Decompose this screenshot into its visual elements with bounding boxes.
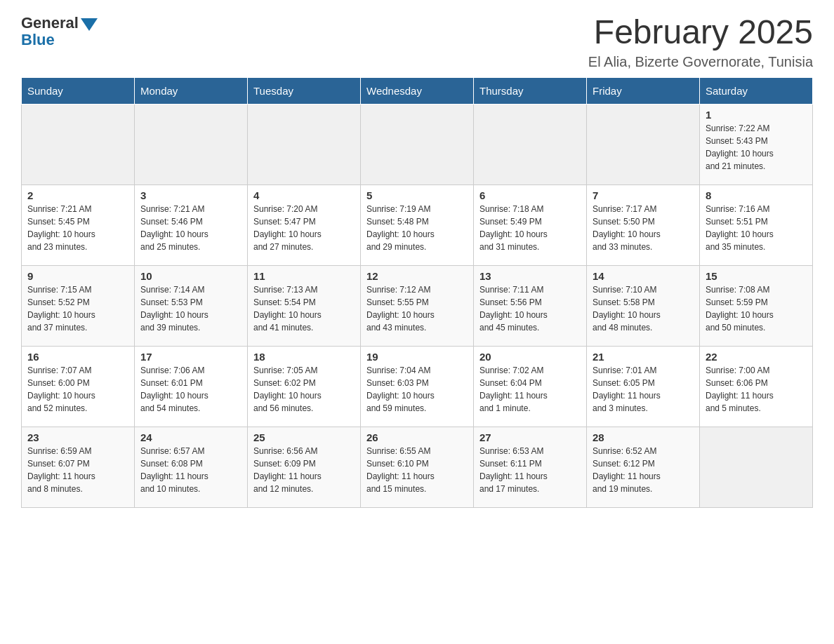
day-info: Sunrise: 7:19 AMSunset: 5:48 PMDaylight:… (366, 203, 468, 253)
header-saturday: Saturday (700, 77, 813, 104)
header-tuesday: Tuesday (248, 77, 361, 104)
table-row: 27Sunrise: 6:53 AMSunset: 6:11 PMDayligh… (474, 427, 587, 507)
location-subtitle: El Alia, Bizerte Governorate, Tunisia (588, 54, 813, 70)
day-number: 3 (140, 189, 241, 201)
day-number: 23 (27, 431, 128, 443)
table-row: 17Sunrise: 7:06 AMSunset: 6:01 PMDayligh… (135, 346, 248, 427)
day-info: Sunrise: 7:00 AMSunset: 6:06 PMDaylight:… (706, 364, 807, 415)
day-number: 5 (366, 189, 468, 201)
table-row (22, 104, 135, 185)
logo-arrow-icon (81, 18, 98, 31)
table-row: 24Sunrise: 6:57 AMSunset: 6:08 PMDayligh… (135, 427, 248, 507)
table-row: 14Sunrise: 7:10 AMSunset: 5:58 PMDayligh… (587, 265, 700, 346)
table-row (474, 104, 587, 185)
calendar-table: Sunday Monday Tuesday Wednesday Thursday… (21, 77, 813, 508)
title-section: February 2025 El Alia, Bizerte Governora… (588, 14, 813, 70)
day-number: 16 (27, 351, 128, 363)
table-row: 4Sunrise: 7:20 AMSunset: 5:47 PMDaylight… (248, 185, 361, 265)
table-row: 23Sunrise: 6:59 AMSunset: 6:07 PMDayligh… (22, 427, 135, 507)
day-number: 24 (140, 431, 241, 443)
day-number: 11 (253, 270, 355, 282)
table-row: 6Sunrise: 7:18 AMSunset: 5:49 PMDaylight… (474, 185, 587, 265)
day-info: Sunrise: 7:10 AMSunset: 5:58 PMDaylight:… (593, 283, 694, 334)
calendar-row: 9Sunrise: 7:15 AMSunset: 5:52 PMDaylight… (22, 265, 813, 346)
day-number: 12 (366, 270, 468, 282)
table-row (700, 427, 813, 507)
table-row: 15Sunrise: 7:08 AMSunset: 5:59 PMDayligh… (700, 265, 813, 346)
day-number: 13 (479, 270, 581, 282)
calendar-row: 2Sunrise: 7:21 AMSunset: 5:45 PMDaylight… (22, 185, 813, 265)
day-info: Sunrise: 6:52 AMSunset: 6:12 PMDaylight:… (593, 445, 694, 495)
table-row (361, 104, 474, 185)
table-row: 28Sunrise: 6:52 AMSunset: 6:12 PMDayligh… (587, 427, 700, 507)
table-row: 16Sunrise: 7:07 AMSunset: 6:00 PMDayligh… (22, 346, 135, 427)
day-number: 26 (366, 431, 468, 443)
main-title: February 2025 (588, 14, 813, 51)
day-number: 1 (706, 109, 807, 121)
calendar-body: 1Sunrise: 7:22 AMSunset: 5:43 PMDaylight… (22, 104, 813, 507)
weekday-header-row: Sunday Monday Tuesday Wednesday Thursday… (22, 77, 813, 104)
day-number: 17 (140, 351, 241, 363)
day-info: Sunrise: 7:22 AMSunset: 5:43 PMDaylight:… (706, 122, 807, 173)
day-info: Sunrise: 7:05 AMSunset: 6:02 PMDaylight:… (253, 364, 355, 415)
day-number: 20 (479, 351, 581, 363)
day-info: Sunrise: 7:07 AMSunset: 6:00 PMDaylight:… (27, 364, 128, 415)
table-row: 22Sunrise: 7:00 AMSunset: 6:06 PMDayligh… (700, 346, 813, 427)
header-wednesday: Wednesday (361, 77, 474, 104)
day-info: Sunrise: 7:21 AMSunset: 5:45 PMDaylight:… (27, 203, 128, 253)
day-info: Sunrise: 7:12 AMSunset: 5:55 PMDaylight:… (366, 283, 468, 334)
table-row: 25Sunrise: 6:56 AMSunset: 6:09 PMDayligh… (248, 427, 361, 507)
day-info: Sunrise: 6:55 AMSunset: 6:10 PMDaylight:… (366, 445, 468, 495)
day-number: 2 (27, 189, 128, 201)
table-row: 11Sunrise: 7:13 AMSunset: 5:54 PMDayligh… (248, 265, 361, 346)
calendar-row: 16Sunrise: 7:07 AMSunset: 6:00 PMDayligh… (22, 346, 813, 427)
header-thursday: Thursday (474, 77, 587, 104)
day-info: Sunrise: 6:53 AMSunset: 6:11 PMDaylight:… (479, 445, 581, 495)
table-row: 21Sunrise: 7:01 AMSunset: 6:05 PMDayligh… (587, 346, 700, 427)
day-number: 4 (253, 189, 355, 201)
day-number: 14 (593, 270, 694, 282)
table-row: 20Sunrise: 7:02 AMSunset: 6:04 PMDayligh… (474, 346, 587, 427)
table-row: 18Sunrise: 7:05 AMSunset: 6:02 PMDayligh… (248, 346, 361, 427)
logo-general-text: General (21, 14, 98, 32)
day-number: 18 (253, 351, 355, 363)
logo: General Blue (21, 14, 98, 49)
day-number: 27 (479, 431, 581, 443)
day-number: 22 (706, 351, 807, 363)
table-row: 5Sunrise: 7:19 AMSunset: 5:48 PMDaylight… (361, 185, 474, 265)
day-number: 7 (593, 189, 694, 201)
header-sunday: Sunday (22, 77, 135, 104)
day-info: Sunrise: 7:02 AMSunset: 6:04 PMDaylight:… (479, 364, 581, 415)
day-number: 6 (479, 189, 581, 201)
day-number: 21 (593, 351, 694, 363)
table-row: 8Sunrise: 7:16 AMSunset: 5:51 PMDaylight… (700, 185, 813, 265)
day-info: Sunrise: 7:14 AMSunset: 5:53 PMDaylight:… (140, 283, 241, 334)
page-header: General Blue February 2025 El Alia, Bize… (21, 14, 813, 70)
table-row: 13Sunrise: 7:11 AMSunset: 5:56 PMDayligh… (474, 265, 587, 346)
header-monday: Monday (135, 77, 248, 104)
day-info: Sunrise: 7:04 AMSunset: 6:03 PMDaylight:… (366, 364, 468, 415)
day-info: Sunrise: 7:01 AMSunset: 6:05 PMDaylight:… (593, 364, 694, 415)
day-info: Sunrise: 7:18 AMSunset: 5:49 PMDaylight:… (479, 203, 581, 253)
table-row (248, 104, 361, 185)
day-number: 10 (140, 270, 241, 282)
table-row: 2Sunrise: 7:21 AMSunset: 5:45 PMDaylight… (22, 185, 135, 265)
day-info: Sunrise: 6:56 AMSunset: 6:09 PMDaylight:… (253, 445, 355, 495)
calendar-row: 23Sunrise: 6:59 AMSunset: 6:07 PMDayligh… (22, 427, 813, 507)
day-info: Sunrise: 7:06 AMSunset: 6:01 PMDaylight:… (140, 364, 241, 415)
calendar-row: 1Sunrise: 7:22 AMSunset: 5:43 PMDaylight… (22, 104, 813, 185)
day-number: 8 (706, 189, 807, 201)
table-row: 7Sunrise: 7:17 AMSunset: 5:50 PMDaylight… (587, 185, 700, 265)
day-info: Sunrise: 6:57 AMSunset: 6:08 PMDaylight:… (140, 445, 241, 495)
table-row (587, 104, 700, 185)
day-info: Sunrise: 7:17 AMSunset: 5:50 PMDaylight:… (593, 203, 694, 253)
logo-blue-text: Blue (21, 31, 55, 49)
day-info: Sunrise: 7:15 AMSunset: 5:52 PMDaylight:… (27, 283, 128, 334)
day-info: Sunrise: 6:59 AMSunset: 6:07 PMDaylight:… (27, 445, 128, 495)
table-row: 12Sunrise: 7:12 AMSunset: 5:55 PMDayligh… (361, 265, 474, 346)
table-row: 1Sunrise: 7:22 AMSunset: 5:43 PMDaylight… (700, 104, 813, 185)
header-friday: Friday (587, 77, 700, 104)
day-info: Sunrise: 7:21 AMSunset: 5:46 PMDaylight:… (140, 203, 241, 253)
table-row: 3Sunrise: 7:21 AMSunset: 5:46 PMDaylight… (135, 185, 248, 265)
day-number: 25 (253, 431, 355, 443)
